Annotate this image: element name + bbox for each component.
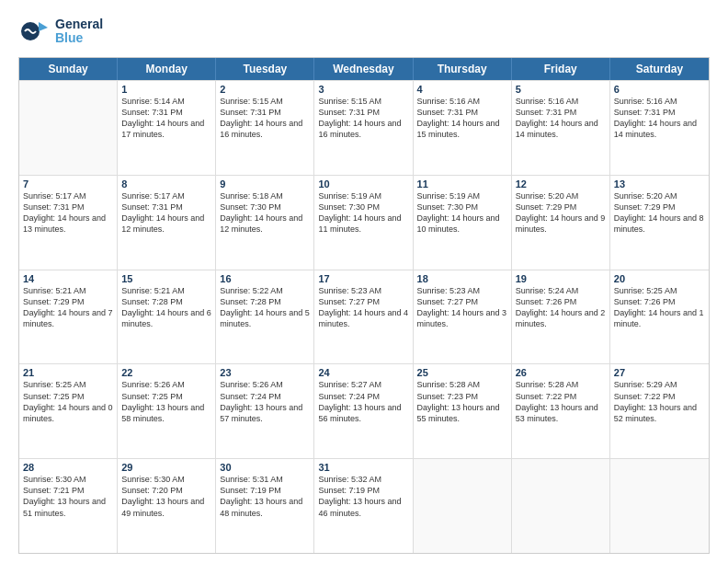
cal-cell: 28Sunrise: 5:30 AMSunset: 7:21 PMDayligh… — [19, 459, 118, 553]
cal-cell: 15Sunrise: 5:21 AMSunset: 7:28 PMDayligh… — [118, 270, 216, 364]
cal-cell — [414, 459, 512, 553]
day-info: Sunrise: 5:25 AMSunset: 7:26 PMDaylight:… — [614, 285, 705, 330]
day-info: Sunrise: 5:16 AMSunset: 7:31 PMDaylight:… — [516, 96, 606, 141]
day-info: Sunrise: 5:16 AMSunset: 7:31 PMDaylight:… — [614, 96, 705, 141]
svg-marker-1 — [39, 22, 48, 31]
day-number: 6 — [614, 84, 705, 95]
day-number: 21 — [23, 367, 113, 378]
cal-week-4: 21Sunrise: 5:25 AMSunset: 7:25 PMDayligh… — [19, 363, 709, 458]
day-number: 28 — [23, 462, 113, 473]
day-info: Sunrise: 5:30 AMSunset: 7:21 PMDaylight:… — [23, 474, 113, 519]
day-number: 22 — [121, 367, 211, 378]
day-number: 26 — [516, 367, 606, 378]
day-info: Sunrise: 5:23 AMSunset: 7:27 PMDaylight:… — [318, 285, 408, 330]
cal-header-cell-wednesday: Wednesday — [314, 58, 413, 80]
cal-cell: 6Sunrise: 5:16 AMSunset: 7:31 PMDaylight… — [610, 81, 709, 175]
day-info: Sunrise: 5:26 AMSunset: 7:24 PMDaylight:… — [220, 379, 310, 424]
cal-cell: 20Sunrise: 5:25 AMSunset: 7:26 PMDayligh… — [610, 270, 709, 364]
logo-general: General — [55, 17, 103, 31]
day-number: 1 — [121, 84, 211, 95]
cal-cell: 13Sunrise: 5:20 AMSunset: 7:29 PMDayligh… — [610, 176, 709, 270]
day-info: Sunrise: 5:14 AMSunset: 7:31 PMDaylight:… — [121, 96, 211, 141]
cal-cell: 22Sunrise: 5:26 AMSunset: 7:25 PMDayligh… — [118, 364, 216, 458]
day-number: 7 — [23, 178, 113, 190]
cal-week-2: 7Sunrise: 5:17 AMSunset: 7:31 PMDaylight… — [19, 175, 709, 270]
cal-cell: 8Sunrise: 5:17 AMSunset: 7:31 PMDaylight… — [118, 176, 216, 270]
day-number: 2 — [220, 84, 310, 95]
day-info: Sunrise: 5:20 AMSunset: 7:29 PMDaylight:… — [516, 190, 606, 236]
day-info: Sunrise: 5:32 AMSunset: 7:19 PMDaylight:… — [318, 474, 408, 519]
cal-cell: 18Sunrise: 5:23 AMSunset: 7:27 PMDayligh… — [414, 270, 512, 364]
cal-cell: 5Sunrise: 5:16 AMSunset: 7:31 PMDaylight… — [512, 81, 610, 175]
cal-cell: 1Sunrise: 5:14 AMSunset: 7:31 PMDaylight… — [118, 81, 216, 175]
day-number: 11 — [417, 178, 507, 190]
day-info: Sunrise: 5:17 AMSunset: 7:31 PMDaylight:… — [23, 190, 113, 236]
cal-week-5: 28Sunrise: 5:30 AMSunset: 7:21 PMDayligh… — [19, 458, 709, 553]
cal-cell: 21Sunrise: 5:25 AMSunset: 7:25 PMDayligh… — [19, 364, 118, 458]
day-number: 29 — [121, 462, 211, 473]
day-number: 10 — [318, 178, 408, 190]
day-number: 16 — [220, 273, 310, 284]
cal-cell — [610, 459, 709, 553]
cal-cell: 29Sunrise: 5:30 AMSunset: 7:20 PMDayligh… — [118, 459, 216, 553]
cal-cell: 19Sunrise: 5:24 AMSunset: 7:26 PMDayligh… — [512, 270, 610, 364]
day-number: 19 — [516, 273, 606, 284]
cal-cell: 11Sunrise: 5:19 AMSunset: 7:30 PMDayligh… — [414, 176, 512, 270]
cal-cell: 30Sunrise: 5:31 AMSunset: 7:19 PMDayligh… — [216, 459, 314, 553]
cal-header-cell-tuesday: Tuesday — [216, 58, 314, 80]
cal-cell: 26Sunrise: 5:28 AMSunset: 7:22 PMDayligh… — [512, 364, 610, 458]
cal-header-cell-friday: Friday — [512, 58, 610, 80]
calendar-header-row: SundayMondayTuesdayWednesdayThursdayFrid… — [19, 58, 709, 80]
day-number: 13 — [614, 178, 705, 190]
cal-cell: 16Sunrise: 5:22 AMSunset: 7:28 PMDayligh… — [216, 270, 314, 364]
day-number: 5 — [516, 84, 606, 95]
cal-header-cell-saturday: Saturday — [610, 58, 709, 80]
cal-cell — [19, 81, 118, 175]
day-info: Sunrise: 5:25 AMSunset: 7:25 PMDaylight:… — [23, 379, 113, 424]
day-info: Sunrise: 5:28 AMSunset: 7:22 PMDaylight:… — [516, 379, 606, 424]
day-number: 30 — [220, 462, 310, 473]
cal-header-cell-thursday: Thursday — [414, 58, 512, 80]
day-number: 15 — [121, 273, 211, 284]
day-number: 18 — [417, 273, 507, 284]
day-info: Sunrise: 5:19 AMSunset: 7:30 PMDaylight:… — [318, 190, 408, 236]
cal-cell: 12Sunrise: 5:20 AMSunset: 7:29 PMDayligh… — [512, 176, 610, 270]
logo-svg-icon — [18, 15, 51, 48]
day-info: Sunrise: 5:15 AMSunset: 7:31 PMDaylight:… — [220, 96, 310, 141]
day-info: Sunrise: 5:21 AMSunset: 7:29 PMDaylight:… — [23, 285, 113, 330]
day-number: 9 — [220, 178, 310, 190]
cal-header-cell-sunday: Sunday — [19, 58, 118, 80]
day-info: Sunrise: 5:23 AMSunset: 7:27 PMDaylight:… — [417, 285, 507, 330]
cal-cell: 25Sunrise: 5:28 AMSunset: 7:23 PMDayligh… — [414, 364, 512, 458]
cal-cell: 10Sunrise: 5:19 AMSunset: 7:30 PMDayligh… — [314, 176, 413, 270]
day-number: 25 — [417, 367, 507, 378]
day-number: 8 — [121, 178, 211, 190]
cal-cell: 23Sunrise: 5:26 AMSunset: 7:24 PMDayligh… — [216, 364, 314, 458]
day-info: Sunrise: 5:27 AMSunset: 7:24 PMDaylight:… — [318, 379, 408, 424]
cal-cell: 2Sunrise: 5:15 AMSunset: 7:31 PMDaylight… — [216, 81, 314, 175]
day-info: Sunrise: 5:16 AMSunset: 7:31 PMDaylight:… — [417, 96, 507, 141]
cal-cell: 4Sunrise: 5:16 AMSunset: 7:31 PMDaylight… — [414, 81, 512, 175]
day-info: Sunrise: 5:29 AMSunset: 7:22 PMDaylight:… — [614, 379, 705, 424]
day-info: Sunrise: 5:19 AMSunset: 7:30 PMDaylight:… — [417, 190, 507, 236]
header: GeneralBlue — [18, 15, 710, 48]
cal-cell — [512, 459, 610, 553]
day-number: 27 — [614, 367, 705, 378]
calendar-body: 1Sunrise: 5:14 AMSunset: 7:31 PMDaylight… — [19, 80, 709, 553]
day-info: Sunrise: 5:21 AMSunset: 7:28 PMDaylight:… — [121, 285, 211, 330]
day-number: 24 — [318, 367, 408, 378]
cal-header-cell-monday: Monday — [118, 58, 216, 80]
cal-week-1: 1Sunrise: 5:14 AMSunset: 7:31 PMDaylight… — [19, 80, 709, 175]
day-info: Sunrise: 5:17 AMSunset: 7:31 PMDaylight:… — [121, 190, 211, 236]
day-info: Sunrise: 5:22 AMSunset: 7:28 PMDaylight:… — [220, 285, 310, 330]
cal-cell: 27Sunrise: 5:29 AMSunset: 7:22 PMDayligh… — [610, 364, 709, 458]
day-info: Sunrise: 5:26 AMSunset: 7:25 PMDaylight:… — [121, 379, 211, 424]
day-number: 17 — [318, 273, 408, 284]
cal-cell: 17Sunrise: 5:23 AMSunset: 7:27 PMDayligh… — [314, 270, 413, 364]
calendar: SundayMondayTuesdayWednesdayThursdayFrid… — [18, 57, 710, 554]
day-number: 4 — [417, 84, 507, 95]
day-info: Sunrise: 5:18 AMSunset: 7:30 PMDaylight:… — [220, 190, 310, 236]
day-info: Sunrise: 5:28 AMSunset: 7:23 PMDaylight:… — [417, 379, 507, 424]
cal-cell: 3Sunrise: 5:15 AMSunset: 7:31 PMDaylight… — [314, 81, 413, 175]
logo: GeneralBlue — [18, 15, 103, 48]
